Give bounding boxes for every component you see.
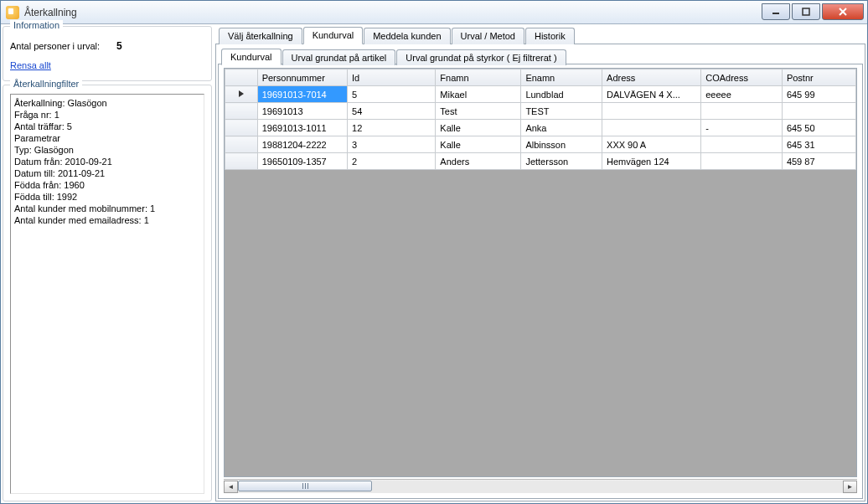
cell[interactable]: 2	[348, 153, 436, 170]
filter-line: Datum till: 2011-09-21	[14, 167, 200, 179]
main-tab-panel: KundurvalUrval grundat på artikelUrval g…	[215, 44, 865, 501]
filter-content: Återkallning: GlasögonFråga nr: 1Antal t…	[10, 94, 204, 494]
table-row[interactable]: 1969101354TestTEST	[225, 103, 856, 120]
cell[interactable]: 19691013-1011	[257, 120, 347, 136]
cell[interactable]: 645 50	[782, 120, 855, 136]
filter-line: Antal träffar: 5	[14, 121, 200, 132]
filter-line: Typ: Glasögon	[14, 144, 200, 156]
cell[interactable]: Albinsson	[521, 136, 602, 153]
cell[interactable]: Anka	[521, 120, 602, 136]
cell[interactable]: Hemvägen 124	[602, 153, 701, 170]
main-tab-meddela-kunden[interactable]: Meddela kunden	[364, 28, 450, 44]
cell[interactable]	[701, 136, 783, 153]
cell[interactable]: 54	[348, 103, 436, 120]
cell[interactable]: 19691013	[257, 103, 347, 120]
cell[interactable]: Jettersson	[521, 153, 602, 170]
clear-all-link[interactable]: Rensa allt	[10, 60, 51, 70]
main-tab-v-lj-terkallning[interactable]: Välj återkallning	[219, 28, 302, 44]
row-header[interactable]	[225, 103, 258, 120]
filter-line: Återkallning: Glasögon	[14, 97, 200, 109]
cell[interactable]: eeeee	[701, 86, 783, 103]
scroll-left-button[interactable]: ◄	[224, 481, 238, 493]
sub-tab-2[interactable]: Urval grundat på styrkor ( Ej filtrerat …	[396, 49, 566, 65]
svg-rect-1	[803, 8, 809, 15]
scroll-thumb[interactable]	[238, 481, 372, 491]
row-header[interactable]	[225, 153, 258, 170]
cell[interactable]: Kalle	[436, 120, 521, 136]
row-indicator-icon	[237, 90, 245, 98]
count-label: Antal personer i urval:	[10, 41, 100, 51]
cell[interactable]	[602, 120, 701, 136]
cell[interactable]: Lundblad	[521, 86, 602, 103]
cell[interactable]: Test	[436, 103, 521, 120]
row-header-corner	[225, 69, 258, 86]
scroll-track[interactable]	[238, 481, 843, 493]
cell[interactable]: 3	[348, 136, 436, 153]
table-row[interactable]: 19881204-22223KalleAlbinssonXXX 90 A645 …	[225, 136, 856, 153]
cell[interactable]: 19691013-7014	[257, 86, 347, 103]
sub-tab-panel: PersonnummerIdFnamnEnamnAdressCOAdressPo…	[218, 64, 863, 499]
row-header[interactable]	[225, 120, 258, 136]
window-title: Återkallning	[24, 7, 77, 18]
main-tab-urval-metod[interactable]: Urval / Metod	[452, 28, 524, 44]
info-legend: Information	[10, 20, 63, 30]
filter-line: Födda från: 1960	[14, 179, 200, 191]
filter-legend: Återkallningfilter	[10, 79, 82, 89]
main-tabs: Välj återkallningKundurvalMeddela kunden…	[215, 26, 865, 44]
cell[interactable]: Anders	[436, 153, 521, 170]
count-value: 5	[116, 40, 122, 52]
sub-tab-1[interactable]: Urval grundat på artikel	[282, 49, 396, 65]
main-tab-kundurval[interactable]: Kundurval	[303, 27, 364, 44]
cell[interactable]: 645 31	[782, 136, 855, 153]
sub-tab-0[interactable]: Kundurval	[221, 49, 282, 65]
title-bar: Återkallning	[1, 1, 867, 24]
table-row[interactable]: 19691013-101112KalleAnka-645 50	[225, 120, 856, 136]
cell[interactable]: 5	[348, 86, 436, 103]
data-grid[interactable]: PersonnummerIdFnamnEnamnAdressCOAdressPo…	[224, 68, 857, 477]
cell[interactable]: Mikael	[436, 86, 521, 103]
column-header[interactable]: COAdress	[701, 69, 783, 86]
table-row[interactable]: 19691013-70145MikaelLundbladDALVÄGEN 4 X…	[225, 86, 856, 103]
filter-line: Fråga nr: 1	[14, 109, 200, 121]
grid-empty-area	[225, 170, 856, 476]
column-header[interactable]: Postnr	[782, 69, 855, 86]
cell[interactable]	[602, 103, 701, 120]
cell[interactable]: DALVÄGEN 4 X...	[602, 86, 701, 103]
row-header[interactable]	[225, 86, 258, 103]
main-tab-historik[interactable]: Historik	[525, 28, 575, 44]
column-header[interactable]: Enamn	[521, 69, 602, 86]
cell[interactable]: 645 99	[782, 86, 855, 103]
svg-marker-4	[239, 90, 244, 97]
filter-groupbox: Återkallningfilter Återkallning: Glasögo…	[3, 85, 212, 501]
minimize-button[interactable]	[762, 3, 790, 20]
cell[interactable]: 19881204-2222	[257, 136, 347, 153]
horizontal-scrollbar[interactable]: ◄ ►	[224, 479, 857, 493]
maximize-button[interactable]	[792, 3, 820, 20]
sub-tabs: KundurvalUrval grundat på artikelUrval g…	[218, 48, 863, 64]
maximize-icon	[802, 8, 810, 16]
cell[interactable]: -	[701, 120, 783, 136]
cell[interactable]	[701, 153, 783, 170]
filter-line: Datum från: 2010-09-21	[14, 156, 200, 167]
cell[interactable]	[782, 103, 855, 120]
cell[interactable]: TEST	[521, 103, 602, 120]
cell[interactable]: 459 87	[782, 153, 855, 170]
column-header[interactable]: Fnamn	[436, 69, 521, 86]
column-header[interactable]: Adress	[602, 69, 701, 86]
cell[interactable]: Kalle	[436, 136, 521, 153]
row-header[interactable]	[225, 136, 258, 153]
column-header[interactable]: Id	[348, 69, 436, 86]
cell[interactable]: 12	[348, 120, 436, 136]
cell[interactable]: 19650109-1357	[257, 153, 347, 170]
filter-line: Parametrar	[14, 132, 200, 144]
minimize-icon	[772, 8, 780, 16]
close-button[interactable]	[822, 3, 864, 20]
table-row[interactable]: 19650109-13572AndersJetterssonHemvägen 1…	[225, 153, 856, 170]
app-icon	[6, 6, 19, 19]
column-header[interactable]: Personnummer	[257, 69, 347, 86]
app-window: Återkallning Information Antal personer …	[0, 0, 868, 504]
filter-line: Antal kunder med mobilnummer: 1	[14, 203, 200, 214]
cell[interactable]	[701, 103, 783, 120]
scroll-right-button[interactable]: ►	[843, 481, 857, 493]
cell[interactable]: XXX 90 A	[602, 136, 701, 153]
